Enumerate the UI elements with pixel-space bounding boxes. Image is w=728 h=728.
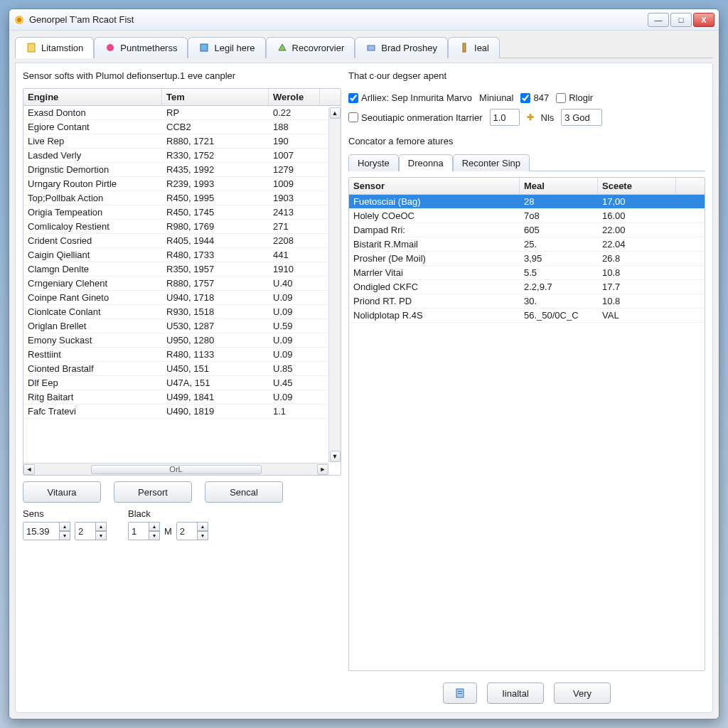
maximize-button[interactable]: □ bbox=[670, 13, 692, 27]
horizontal-scrollbar[interactable]: ◄ OrL ► bbox=[23, 463, 328, 475]
column-header[interactable]: Sceete bbox=[598, 178, 676, 194]
column-header[interactable]: Engine bbox=[23, 89, 162, 105]
table-row[interactable]: Holely COeOC7o816.00 bbox=[349, 209, 705, 223]
table-row[interactable]: Emony SuckastU950, 1280U.09 bbox=[23, 333, 341, 348]
table-row[interactable]: Drignstic DemortionR435, 19921279 bbox=[23, 163, 341, 177]
tab-icon bbox=[198, 42, 210, 53]
label-minual: Miniunal bbox=[479, 92, 513, 103]
table-row[interactable]: Fuetosciai (Bag)2817,00 bbox=[349, 195, 705, 209]
subtab-reconter sinp[interactable]: Reconter Sinp bbox=[453, 154, 530, 171]
spin-group-sens: Sens▴▾▴▾ bbox=[23, 508, 107, 540]
table-row[interactable]: Live RepR880, 1721190 bbox=[23, 134, 341, 149]
tab-legil here[interactable]: Legil here bbox=[188, 37, 265, 58]
table-row[interactable]: Clamgn DenlteR350, 19571910 bbox=[23, 262, 341, 277]
spin-up-icon[interactable]: ▴ bbox=[59, 522, 70, 531]
hscroll-thumb[interactable]: OrL bbox=[91, 465, 262, 474]
input-god[interactable] bbox=[561, 109, 602, 126]
left-section-title: Sensor softs with Plumol defionsertup.1 … bbox=[23, 70, 341, 81]
tab-icon bbox=[459, 42, 470, 53]
check-847[interactable]: 847 bbox=[520, 92, 549, 103]
table-row[interactable]: Urngary Routon PirtleR239, 19931009 bbox=[23, 177, 341, 191]
scroll-left-icon[interactable]: ◄ bbox=[23, 464, 35, 475]
table-row[interactable]: ResttiintR480, 1133U.09 bbox=[23, 348, 341, 362]
scroll-up-icon[interactable]: ▲ bbox=[330, 107, 341, 119]
table-row[interactable]: Lasded VerlyR330, 17521007 bbox=[23, 149, 341, 163]
svg-rect-2 bbox=[28, 43, 35, 52]
vertical-scrollbar[interactable]: ▲ ▼ bbox=[328, 107, 341, 462]
column-header[interactable]: Sensor bbox=[349, 178, 520, 194]
column-header[interactable]: Tem bbox=[162, 89, 269, 105]
spin-down-icon[interactable]: ▾ bbox=[95, 531, 107, 540]
check-seoutiapic[interactable]: Seoutiapic onmeration Itarrier bbox=[348, 112, 483, 123]
tab-panel: Sensor softs with Plumol defionsertup.1 … bbox=[15, 63, 713, 713]
check-arlliex[interactable]: Arlliex: Sep Inmurita Marvo bbox=[348, 92, 472, 103]
titlebar: Genorpel T'am Rcaot Fist — □ X bbox=[9, 9, 719, 31]
table-row[interactable]: Marrler Vitai5.510.8 bbox=[349, 266, 705, 280]
table-row[interactable]: Bistarit R.Mmail25.22.04 bbox=[349, 237, 705, 252]
close-button[interactable]: X bbox=[693, 13, 714, 27]
scroll-down-icon[interactable]: ▼ bbox=[330, 451, 341, 462]
spin-down-icon[interactable]: ▾ bbox=[197, 531, 208, 540]
inital-button[interactable]: Iinaltal bbox=[487, 682, 544, 704]
table-row[interactable]: Top;Pollbak ActionR450, 19951903 bbox=[23, 191, 341, 205]
sensor-grid[interactable]: SensorMealSceete Fuetosciai (Bag)2817,00… bbox=[348, 177, 705, 671]
check-rlogir[interactable]: Rlogir bbox=[556, 92, 593, 103]
spin-up-icon[interactable]: ▴ bbox=[149, 522, 160, 531]
table-row[interactable]: Caigin QielliantR480, 1733441 bbox=[23, 248, 341, 262]
scroll-right-icon[interactable]: ► bbox=[317, 464, 328, 475]
table-row[interactable]: Fafc TrateviU490, 18191.1 bbox=[23, 405, 341, 419]
table-row[interactable]: Nolidplotap R.4S56._50/0C_CVAL bbox=[349, 309, 705, 323]
column-header[interactable]: Meal bbox=[520, 178, 598, 194]
tab-puntmetherss[interactable]: Puntmetherss bbox=[94, 37, 188, 58]
sencal-button[interactable]: Sencal bbox=[205, 481, 283, 503]
column-header[interactable]: Werole bbox=[269, 89, 320, 105]
tab-recovrorvier[interactable]: Recovrorvier bbox=[266, 37, 355, 58]
table-row[interactable]: Dampad Rri:60522.00 bbox=[349, 223, 705, 237]
document-icon bbox=[454, 687, 466, 699]
table-row[interactable]: Origlan BrelletU530, 1287U.59 bbox=[23, 319, 341, 333]
icon-button[interactable] bbox=[443, 682, 477, 704]
svg-rect-6 bbox=[463, 43, 466, 52]
table-row[interactable]: Egiore ContantCCB2188 bbox=[23, 120, 341, 134]
table-row[interactable]: Ondigled CKFC2.2,9.717.7 bbox=[349, 280, 705, 294]
tab-icon bbox=[365, 42, 377, 53]
tab-brad proshey[interactable]: Brad Proshey bbox=[355, 37, 448, 58]
spin-down-icon[interactable]: ▾ bbox=[59, 531, 70, 540]
table-row[interactable]: Origia TempeationR450, 17452413 bbox=[23, 205, 341, 220]
svg-rect-4 bbox=[200, 44, 208, 51]
subtab-strip: HorysteDreonnaReconter Sinp bbox=[348, 154, 705, 171]
table-row[interactable]: Comlicaloy RestientR980, 1769271 bbox=[23, 220, 341, 234]
tab-icon bbox=[26, 42, 37, 53]
table-row[interactable]: Cionted BrastalfU450, 151U.85 bbox=[23, 362, 341, 376]
spinner[interactable]: ▴▾ bbox=[176, 522, 208, 540]
spin-down-icon[interactable]: ▾ bbox=[149, 531, 160, 540]
vitaura-button[interactable]: Vitaura bbox=[23, 481, 101, 503]
subtab-dreonna[interactable]: Dreonna bbox=[399, 154, 453, 171]
table-row[interactable]: Crident CosriedR405, 19442208 bbox=[23, 234, 341, 248]
very-button[interactable]: Very bbox=[554, 682, 611, 704]
spinner[interactable]: ▴▾ bbox=[128, 522, 160, 540]
table-row[interactable]: Prosher (De Moil)3,9526.8 bbox=[349, 252, 705, 266]
table-row[interactable]: Ritg BaitartU499, 1841U.09 bbox=[23, 390, 341, 405]
table-row[interactable]: Exasd DontonRP0.22 bbox=[23, 106, 341, 120]
tab-litamstion[interactable]: Litamstion bbox=[15, 37, 94, 58]
tab-icon bbox=[277, 42, 288, 53]
spin-up-icon[interactable]: ▴ bbox=[197, 522, 208, 531]
table-row[interactable]: Coinpe Rant GinetoU940, 1718U.09 bbox=[23, 291, 341, 305]
spin-up-icon[interactable]: ▴ bbox=[95, 522, 107, 531]
input-val1[interactable] bbox=[490, 109, 520, 126]
table-row[interactable]: Dlf EepU47A, 151U.45 bbox=[23, 376, 341, 390]
table-row[interactable]: Cionlcate ConlantR930, 1518U.09 bbox=[23, 305, 341, 319]
spinner[interactable]: ▴▾ bbox=[75, 522, 107, 540]
table-row[interactable]: Priond RT. PD30.10.8 bbox=[349, 294, 705, 309]
main-window: Genorpel T'am Rcaot Fist — □ X Litamstio… bbox=[9, 9, 719, 719]
minimize-button[interactable]: — bbox=[648, 13, 669, 27]
spinner[interactable]: ▴▾ bbox=[23, 522, 70, 540]
subtab-horyste[interactable]: Horyste bbox=[348, 154, 399, 171]
persort-button[interactable]: Persort bbox=[114, 481, 192, 503]
tab-ieal[interactable]: Ieal bbox=[448, 37, 500, 58]
table-row[interactable]: Crngeniary ClehentR880, 1757U.40 bbox=[23, 277, 341, 291]
right-column: That c·our degser apent Arlliex: Sep Inm… bbox=[348, 70, 705, 705]
engine-grid[interactable]: EngineTemWerole Exasd DontonRP0.22Egiore… bbox=[23, 88, 341, 476]
plus-icon[interactable]: ✚ bbox=[527, 112, 534, 122]
